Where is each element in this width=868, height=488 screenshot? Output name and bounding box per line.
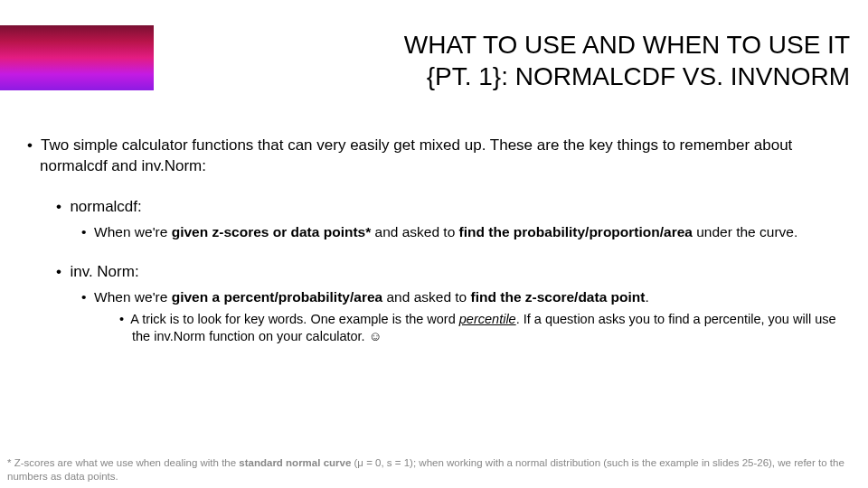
invnorm-tip: • A trick is to look for key words. One … <box>119 311 841 346</box>
title-line-2: {PT. 1}: NORMALCDF VS. INVNORM <box>427 62 850 90</box>
intro-bullet: • Two simple calculator functions that c… <box>27 136 841 177</box>
invnorm-label: inv. Norm: <box>70 263 138 280</box>
normalcdf-label: normalcdf: <box>70 198 141 215</box>
invnorm-head: • inv. Norm: <box>56 262 841 283</box>
intro-text: Two simple calculator functions that can… <box>40 136 792 174</box>
normalcdf-detail: • When we're given z-scores or data poin… <box>81 223 841 242</box>
title-line-1: WHAT TO USE AND WHEN TO USE IT <box>404 31 850 59</box>
accent-gradient <box>0 25 154 90</box>
invnorm-detail: • When we're given a percent/probability… <box>81 288 841 307</box>
normalcdf-head: • normalcdf: <box>56 197 841 218</box>
slide-body: • Two simple calculator functions that c… <box>27 136 841 366</box>
footnote: * Z-scores are what we use when dealing … <box>7 456 861 483</box>
invnorm-section: • inv. Norm: • When we're given a percen… <box>27 262 841 346</box>
normalcdf-section: • normalcdf: • When we're given z-scores… <box>27 197 841 242</box>
slide-title: WHAT TO USE AND WHEN TO USE IT {PT. 1}: … <box>262 29 850 92</box>
